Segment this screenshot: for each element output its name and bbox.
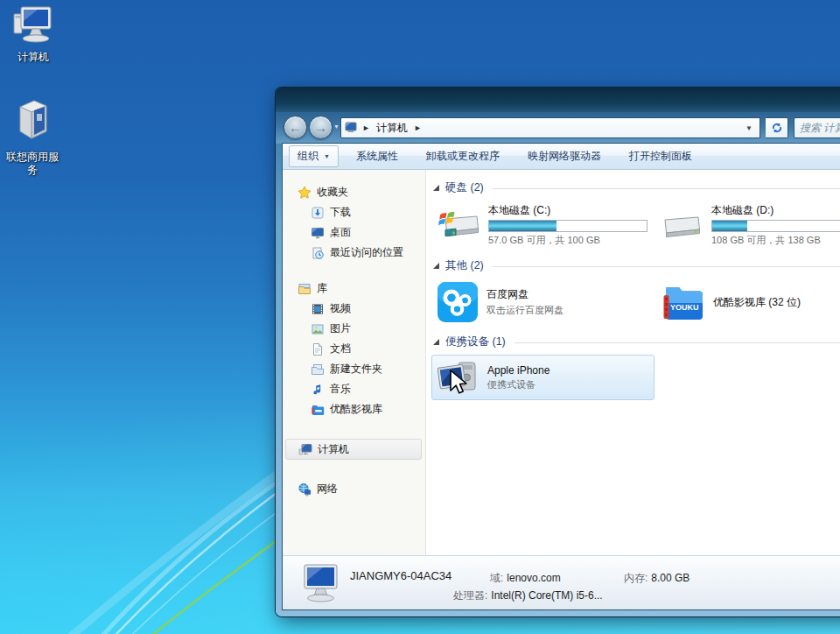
- sidebar-item-documents[interactable]: 文档: [283, 339, 425, 359]
- videos-icon: [311, 302, 325, 316]
- memory-field: 内存:8.00 GB: [624, 571, 690, 586]
- drive-c-tile[interactable]: 本地磁盘 (C:) 57.0 GB 可用，共 100 GB: [431, 201, 654, 250]
- sidebar-item-videos[interactable]: 视频: [283, 299, 425, 319]
- group-header-harddisks[interactable]: 硬盘 (2): [433, 180, 840, 195]
- baidu-netdisk-icon: [437, 281, 479, 323]
- desktop: { "desktop": { "icons": [ { "label": "计算…: [0, 0, 840, 634]
- lenovo-service-icon: [11, 96, 53, 145]
- sidebar-item-computer[interactable]: 计算机: [285, 439, 422, 460]
- baidu-netdisk-tile[interactable]: 百度网盘 双击运行百度网盘: [431, 278, 654, 326]
- item-description: 便携式设备: [487, 378, 550, 391]
- desktop-icon-lenovo-service[interactable]: 联想商用服务: [4, 96, 61, 177]
- group-header-portable-devices[interactable]: 便携设备 (1): [433, 335, 840, 349]
- drive-name: 本地磁盘 (C:): [488, 203, 648, 218]
- breadcrumb-computer[interactable]: 计算机: [374, 120, 410, 137]
- portable-device-tiles: Apple iPhone 便携式设备: [431, 355, 840, 400]
- sidebar-gap: [283, 263, 425, 278]
- other-tiles: 百度网盘 双击运行百度网盘 YOUKU: [431, 278, 840, 326]
- breadcrumb-arrow-icon[interactable]: ►: [414, 123, 422, 132]
- sidebar-item-label: 视频: [330, 301, 351, 316]
- sidebar-item-label: 计算机: [318, 442, 349, 457]
- memory-value: 8.00 GB: [651, 572, 690, 584]
- forward-button[interactable]: →: [309, 116, 332, 139]
- folder-icon: [311, 363, 325, 377]
- collapse-triangle-icon: [433, 339, 439, 345]
- youku-tile[interactable]: YOUKU 优酷影视库 (32 位): [654, 278, 840, 326]
- map-network-drive-button[interactable]: 映射网络驱动器: [522, 146, 606, 166]
- sidebar-item-downloads[interactable]: 下载: [283, 202, 425, 222]
- apple-iphone-tile[interactable]: Apple iPhone 便携式设备: [431, 355, 654, 400]
- capacity-bar: [711, 220, 840, 232]
- back-arrow-icon: ←: [289, 120, 302, 135]
- star-icon: [298, 186, 312, 200]
- item-name: 百度网盘: [486, 287, 564, 302]
- address-bar[interactable]: ► 计算机 ► ▼: [340, 117, 760, 138]
- drive-capacity-text: 57.0 GB 可用，共 100 GB: [488, 234, 648, 247]
- memory-label: 内存:: [624, 572, 648, 584]
- drive-d-icon: [660, 208, 704, 243]
- libraries-icon: [298, 282, 312, 296]
- drive-capacity-text: 108 GB 可用，共 138 GB: [711, 234, 840, 247]
- sidebar-item-label: 文档: [330, 342, 351, 356]
- search-box: [794, 117, 840, 138]
- sidebar-item-music[interactable]: 音乐: [283, 379, 425, 399]
- group-rule: [514, 342, 840, 343]
- item-name: Apple iPhone: [487, 364, 550, 377]
- youku-folder-icon: [311, 403, 325, 417]
- computer-icon: [298, 442, 312, 456]
- sidebar-item-libraries[interactable]: 库: [283, 278, 425, 299]
- domain-label: 域:: [490, 572, 503, 584]
- desktop-icon-label: 联想商用服务: [4, 151, 61, 177]
- group-header-other[interactable]: 其他 (2): [433, 258, 840, 273]
- sidebar-item-label: 最近访问的位置: [330, 245, 403, 260]
- domain-field: 域:lenovo.com: [490, 571, 561, 586]
- item-description: 双击运行百度网盘: [486, 304, 564, 317]
- sidebar-item-label: 下载: [330, 205, 351, 220]
- details-pane: JIANGMY6-04AC34 域:lenovo.com 内存:8.00 GB …: [283, 555, 840, 609]
- sidebar-item-label: 收藏夹: [317, 185, 348, 200]
- refresh-button[interactable]: [766, 117, 788, 138]
- recent-places-icon: [311, 246, 325, 260]
- address-dropdown-icon[interactable]: ▼: [742, 124, 756, 132]
- youku-folder-icon: YOUKU: [660, 284, 705, 321]
- sidebar-item-label: 新建文件夹: [330, 362, 382, 377]
- forward-arrow-icon: →: [314, 120, 327, 135]
- music-note-icon: [311, 383, 325, 397]
- location-computer-icon: [345, 122, 359, 134]
- processor-field: 处理器:Intel(R) Core(TM) i5-6...: [453, 588, 603, 603]
- youku-logo-text: YOUKU: [670, 303, 699, 312]
- system-properties-button[interactable]: 系统属性: [351, 146, 403, 166]
- content-area: 收藏夹 下载 桌面 最: [283, 170, 840, 555]
- uninstall-program-button[interactable]: 卸载或更改程序: [421, 146, 505, 166]
- processor-label: 处理器:: [453, 589, 487, 602]
- desktop-icon-computer[interactable]: 计算机: [4, 5, 62, 64]
- group-rule: [493, 266, 840, 267]
- sidebar-item-recent-places[interactable]: 最近访问的位置: [283, 243, 425, 263]
- documents-icon: [311, 342, 325, 356]
- desktop-icon-label: 计算机: [4, 51, 62, 64]
- desktop-icon: [311, 226, 325, 240]
- sidebar-item-youku-library[interactable]: 优酷影视库: [283, 399, 425, 419]
- drive-d-tile[interactable]: 本地磁盘 (D:) 108 GB 可用，共 138 GB: [654, 201, 840, 250]
- breadcrumb-arrow-icon[interactable]: ►: [362, 123, 370, 132]
- explorer-window: ← → ▼ ► 计算机 ► ▼: [276, 88, 840, 616]
- sidebar-item-desktop[interactable]: 桌面: [283, 222, 425, 243]
- open-control-panel-button[interactable]: 打开控制面板: [624, 146, 697, 166]
- sidebar-item-new-folder[interactable]: 新建文件夹: [283, 359, 425, 379]
- history-dropdown-icon[interactable]: ▼: [333, 123, 340, 130]
- sidebar-item-favorites[interactable]: 收藏夹: [283, 182, 425, 202]
- items-view: 硬盘 (2): [426, 170, 840, 555]
- sidebar-item-label: 图片: [330, 321, 351, 336]
- capacity-bar: [488, 220, 648, 232]
- group-title: 便携设备 (1): [445, 335, 506, 349]
- organize-button[interactable]: 组织 ▼: [289, 145, 339, 167]
- search-input[interactable]: [800, 122, 840, 134]
- chevron-down-icon: ▼: [324, 153, 330, 159]
- capacity-bar-fill: [489, 221, 556, 231]
- sidebar-item-label: 音乐: [330, 382, 351, 397]
- sidebar-item-pictures[interactable]: 图片: [283, 319, 425, 339]
- collapse-triangle-icon: [433, 263, 439, 269]
- empty-cell: [654, 355, 840, 400]
- back-button[interactable]: ←: [284, 116, 307, 139]
- sidebar-item-network[interactable]: 网络: [283, 479, 425, 499]
